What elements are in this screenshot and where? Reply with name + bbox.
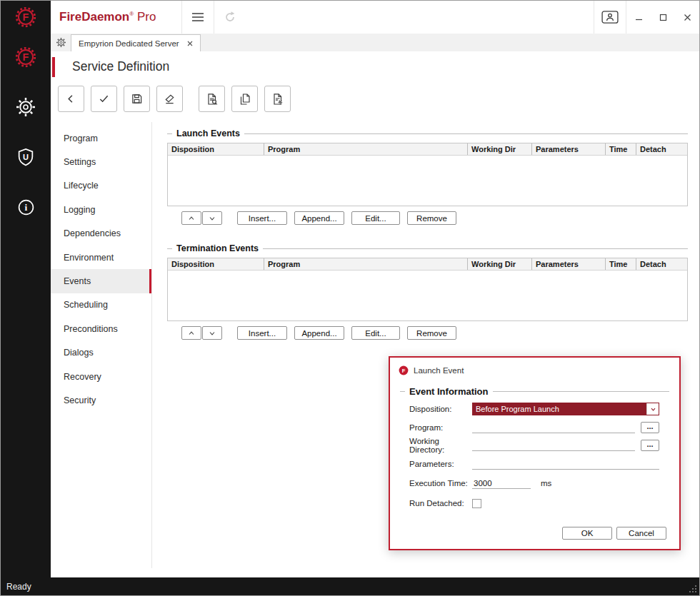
save-button[interactable] bbox=[124, 86, 150, 112]
termination-events-table[interactable]: Disposition Program Working Dir Paramete… bbox=[167, 258, 688, 321]
gear-icon bbox=[15, 96, 36, 118]
status-bar: Ready bbox=[1, 577, 699, 595]
column-disposition: Disposition bbox=[168, 143, 264, 155]
working-directory-browse-button[interactable]: ... bbox=[641, 440, 659, 451]
hamburger-menu-button[interactable] bbox=[182, 1, 214, 34]
run-detached-checkbox[interactable] bbox=[472, 499, 481, 508]
apply-button[interactable] bbox=[91, 86, 117, 112]
program-label: Program: bbox=[409, 423, 472, 432]
edit-definition-icon bbox=[271, 93, 284, 106]
resize-grip[interactable] bbox=[688, 584, 697, 593]
back-button[interactable] bbox=[58, 86, 84, 112]
edit-definition-button[interactable] bbox=[264, 86, 291, 112]
svg-text:F: F bbox=[402, 368, 406, 374]
column-detach: Detach bbox=[636, 143, 687, 155]
working-directory-row: Working Directory: ... bbox=[409, 439, 659, 452]
info-icon: i bbox=[16, 198, 36, 217]
app-logo: F bbox=[1, 1, 51, 34]
view-definition-button[interactable] bbox=[199, 86, 225, 112]
maximize-button[interactable] bbox=[651, 1, 675, 34]
shield-update-icon: U bbox=[16, 147, 36, 167]
edit-button[interactable]: Edit... bbox=[351, 326, 400, 340]
execution-time-input[interactable] bbox=[472, 478, 531, 489]
edit-button[interactable]: Edit... bbox=[351, 211, 400, 225]
working-directory-field[interactable] bbox=[472, 440, 635, 451]
execution-time-unit: ms bbox=[541, 479, 551, 488]
program-field[interactable] bbox=[472, 422, 635, 433]
titlebar: F FireDaemon® Pro bbox=[1, 1, 699, 34]
copy-definition-icon bbox=[239, 93, 251, 106]
sidebar-item-logging[interactable]: Logging bbox=[51, 198, 151, 221]
copy-definition-button[interactable] bbox=[231, 86, 258, 112]
launch-events-buttons: Insert... Append... Edit... Remove bbox=[167, 211, 688, 225]
tab-label: Empyrion Dedicated Server bbox=[79, 39, 179, 48]
chevron-down-icon bbox=[650, 406, 656, 413]
svg-text:U: U bbox=[23, 153, 29, 161]
group-title: Termination Events bbox=[176, 243, 259, 253]
launch-events-group: Launch Events Disposition Program Workin… bbox=[167, 128, 688, 225]
minimize-button[interactable] bbox=[626, 1, 651, 34]
remove-button[interactable]: Remove bbox=[407, 326, 456, 340]
move-down-button[interactable] bbox=[202, 211, 222, 225]
page-title: Service Definition bbox=[72, 59, 169, 74]
launch-events-table[interactable]: Disposition Program Working Dir Paramete… bbox=[167, 143, 688, 206]
append-button[interactable]: Append... bbox=[294, 211, 344, 225]
tab-strip: Empyrion Dedicated Server bbox=[51, 34, 699, 51]
append-button[interactable]: Append... bbox=[294, 326, 344, 340]
run-detached-label: Run Detached: bbox=[409, 499, 472, 507]
move-down-button[interactable] bbox=[202, 326, 222, 340]
rail-updates-button[interactable]: U bbox=[15, 146, 36, 168]
divider bbox=[151, 122, 152, 568]
column-program: Program bbox=[264, 258, 467, 270]
sidebar-item-settings[interactable]: Settings bbox=[51, 150, 151, 173]
disposition-selected-value: Before Program Launch bbox=[473, 403, 646, 415]
sidebar-item-recovery[interactable]: Recovery bbox=[51, 365, 151, 388]
parameters-row: Parameters: bbox=[409, 458, 659, 470]
rail-settings-button[interactable] bbox=[15, 96, 36, 118]
remove-button[interactable]: Remove bbox=[407, 211, 456, 225]
insert-button[interactable]: Insert... bbox=[237, 326, 287, 340]
clear-button[interactable] bbox=[156, 86, 183, 112]
dialog-header: F Launch Event bbox=[399, 365, 464, 375]
sidebar-item-program[interactable]: Program bbox=[51, 126, 151, 150]
rail-info-button[interactable]: i bbox=[15, 196, 36, 218]
session-button[interactable] bbox=[594, 1, 626, 34]
column-working-dir: Working Dir bbox=[467, 258, 531, 270]
move-up-button[interactable] bbox=[181, 211, 201, 225]
tab-empyrion-dedicated-server[interactable]: Empyrion Dedicated Server bbox=[71, 34, 201, 51]
service-settings-button[interactable] bbox=[51, 34, 71, 51]
sidebar-item-environment[interactable]: Environment bbox=[51, 246, 151, 269]
app-title: FireDaemon® Pro bbox=[59, 10, 156, 24]
sidebar-item-security[interactable]: Security bbox=[51, 388, 151, 412]
dialog-title: Launch Event bbox=[414, 366, 464, 375]
sidebar-item-dependencies[interactable]: Dependencies bbox=[51, 222, 151, 246]
termination-events-buttons: Insert... Append... Edit... Remove bbox=[167, 326, 688, 340]
back-icon bbox=[66, 94, 76, 104]
move-up-button[interactable] bbox=[181, 326, 201, 340]
group-header: Termination Events bbox=[167, 243, 688, 253]
insert-button[interactable]: Insert... bbox=[237, 211, 287, 225]
save-icon bbox=[131, 93, 143, 105]
column-disposition: Disposition bbox=[168, 258, 264, 270]
program-browse-button[interactable]: ... bbox=[641, 422, 659, 433]
termination-events-group: Termination Events Disposition Program W… bbox=[167, 243, 688, 340]
parameters-field[interactable] bbox=[472, 458, 659, 470]
cancel-button[interactable]: Cancel bbox=[616, 527, 666, 540]
group-title: Launch Events bbox=[176, 128, 240, 138]
sidebar-item-scheduling[interactable]: Scheduling bbox=[51, 293, 151, 317]
dropdown-button[interactable] bbox=[646, 403, 659, 415]
ok-button[interactable]: OK bbox=[562, 527, 612, 540]
dialog-buttons: OK Cancel bbox=[562, 527, 666, 540]
sidebar-item-dialogs[interactable]: Dialogs bbox=[51, 341, 151, 365]
column-time: Time bbox=[605, 258, 636, 270]
sidebar-item-preconditions[interactable]: Preconditions bbox=[51, 317, 151, 340]
heading-row: Service Definition bbox=[51, 51, 699, 83]
disposition-select[interactable]: Before Program Launch bbox=[472, 403, 659, 415]
chevron-up-icon bbox=[187, 214, 196, 223]
sidebar-item-lifecycle[interactable]: Lifecycle bbox=[51, 174, 151, 198]
redo-button[interactable] bbox=[214, 1, 246, 34]
sidebar-item-events[interactable]: Events bbox=[51, 269, 151, 293]
rail-firedaemon-button[interactable]: F bbox=[15, 46, 36, 68]
close-button[interactable] bbox=[675, 1, 699, 34]
tab-close-icon[interactable] bbox=[186, 39, 194, 48]
